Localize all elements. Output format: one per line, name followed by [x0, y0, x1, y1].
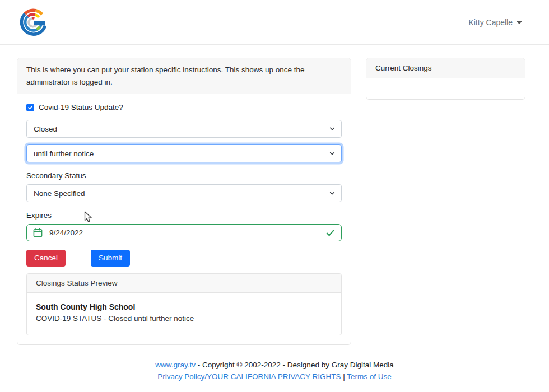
- terms-of-use-link[interactable]: Terms of Use: [347, 372, 392, 381]
- station-form-card: This is where you can put your station s…: [17, 58, 351, 345]
- form-body: Covid-19 Status Update? Closed until fur…: [17, 94, 351, 344]
- gray-tv-logo[interactable]: [18, 6, 49, 39]
- secondary-status-select[interactable]: None Specified: [26, 184, 342, 202]
- instructions-panel: This is where you can put your station s…: [17, 58, 351, 94]
- expires-label: Expires: [26, 211, 342, 220]
- main-column: This is where you can put your station s…: [17, 58, 351, 345]
- instructions-text: This is where you can put your station s…: [26, 66, 305, 86]
- page-footer: www.gray.tv - Copyright © 2002-2022 - De…: [0, 360, 549, 383]
- calendar-icon[interactable]: [33, 228, 43, 237]
- footer-separator: |: [343, 372, 345, 381]
- covid-checkbox-label[interactable]: Covid-19 Status Update?: [39, 103, 123, 111]
- duration-select[interactable]: until further notice: [26, 144, 342, 162]
- valid-check-icon: [326, 228, 334, 237]
- covid-status-checkbox-row[interactable]: Covid-19 Status Update?: [26, 103, 342, 111]
- chevron-down-icon: [329, 190, 335, 196]
- copyright-text: - Copyright © 2002-2022 - Designed by Gr…: [198, 361, 394, 369]
- user-menu[interactable]: Kitty Capelle: [468, 18, 522, 27]
- cancel-button[interactable]: Cancel: [26, 250, 66, 267]
- preview-entry-status: COVID-19 STATUS - Closed until further n…: [36, 314, 332, 323]
- closings-status-preview-card: Closings Status Preview South County Hig…: [26, 273, 342, 335]
- status-select-value: Closed: [34, 125, 57, 133]
- current-closings-header: Current Closings: [366, 58, 525, 78]
- preview-header: Closings Status Preview: [27, 274, 341, 293]
- preview-body: South County High School COVID-19 STATUS…: [27, 293, 341, 335]
- side-column: Current Closings: [366, 58, 525, 100]
- privacy-policy-link[interactable]: Privacy Policy/YOUR CALIFORNIA PRIVACY R…: [157, 372, 341, 381]
- current-closings-card: Current Closings: [366, 58, 525, 100]
- check-icon: [27, 105, 33, 110]
- current-closings-body: [366, 78, 525, 99]
- footer-line-1: www.gray.tv - Copyright © 2002-2022 - De…: [0, 360, 549, 371]
- status-select[interactable]: Closed: [26, 120, 342, 138]
- chevron-down-icon: [329, 151, 335, 156]
- duration-select-value: until further notice: [34, 150, 94, 158]
- expires-date-input[interactable]: 9/24/2022: [26, 224, 342, 241]
- covid-status-checkbox[interactable]: [26, 104, 34, 111]
- caret-down-icon: [517, 21, 522, 24]
- submit-button[interactable]: Submit: [91, 250, 130, 267]
- top-navbar: Kitty Capelle: [0, 0, 549, 45]
- page-content: This is where you can put your station s…: [0, 45, 549, 345]
- footer-line-2: Privacy Policy/YOUR CALIFORNIA PRIVACY R…: [0, 371, 549, 383]
- chevron-down-icon: [329, 126, 335, 132]
- form-actions: Cancel Submit: [26, 250, 342, 267]
- expires-date-value: 9/24/2022: [49, 228, 83, 237]
- gray-tv-link[interactable]: www.gray.tv: [155, 361, 196, 369]
- secondary-status-value: None Specified: [34, 189, 85, 198]
- secondary-status-label: Secondary Status: [26, 171, 342, 180]
- user-name: Kitty Capelle: [468, 18, 513, 27]
- gray-logo-icon: [18, 7, 49, 38]
- preview-entry-name: South County High School: [36, 302, 332, 311]
